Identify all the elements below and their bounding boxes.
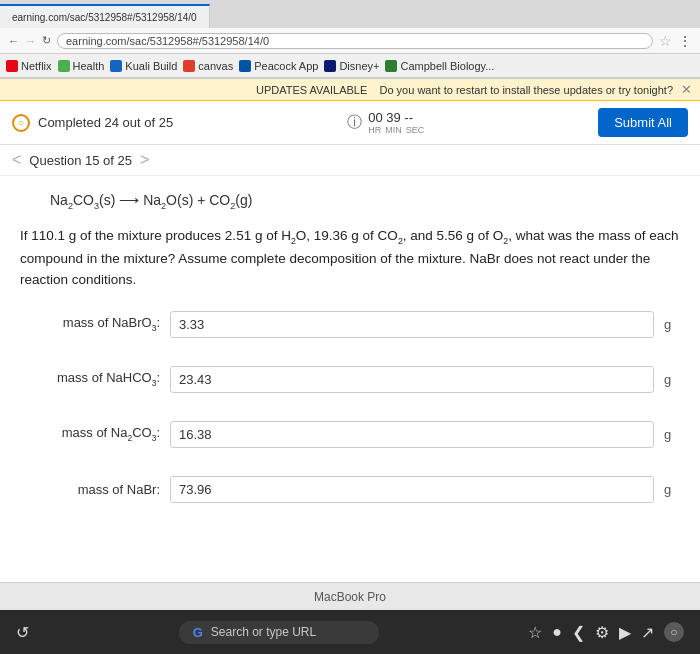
bookmark-netflix[interactable]: Netflix bbox=[6, 60, 52, 72]
back-icon[interactable]: ← bbox=[8, 35, 19, 47]
taskbar: ↺ G Search or type URL ☆ ● ❮ ⚙ ▶ ↗ ○ bbox=[0, 610, 700, 654]
timer-labels: HR MIN SEC bbox=[368, 125, 424, 135]
taskbar-settings-icon[interactable]: ⚙ bbox=[595, 623, 609, 642]
url-bar[interactable]: earning.com/sac/5312958#/5312958/14/0 bbox=[57, 33, 653, 49]
google-icon: G bbox=[193, 625, 203, 640]
prev-question-arrow[interactable]: < bbox=[12, 151, 21, 169]
unit-nabr: g bbox=[664, 482, 680, 497]
device-label: MacBook Pro bbox=[314, 590, 386, 604]
input-nabro3[interactable] bbox=[170, 311, 654, 338]
quiz-header: ○ Completed 24 out of 25 ⓘ 00 39 -- HR M… bbox=[0, 101, 700, 145]
question-nav: < Question 15 of 25 > bbox=[0, 145, 700, 176]
answer-row-2: mass of NaHCO3: g bbox=[20, 366, 680, 393]
taskbar-chevron-icon[interactable]: ❮ bbox=[572, 623, 585, 642]
active-tab[interactable]: earning.com/sac/5312958#/5312958/14/0 bbox=[0, 4, 210, 28]
address-bar: ← → ↻ earning.com/sac/5312958#/5312958/1… bbox=[0, 28, 700, 54]
answer-row-1: mass of NaBrO3: g bbox=[20, 311, 680, 338]
input-nahco3[interactable] bbox=[170, 366, 654, 393]
taskbar-star-icon[interactable]: ☆ bbox=[528, 623, 542, 642]
health-icon bbox=[58, 60, 70, 72]
question-nav-label: Question 15 of 25 bbox=[29, 153, 132, 168]
reaction-equation: Na2CO3(s) ⟶ Na2O(s) + CO2(g) bbox=[20, 192, 680, 211]
taskbar-right: ☆ ● ❮ ⚙ ▶ ↗ ○ bbox=[528, 622, 684, 642]
taskbar-left: ↺ bbox=[16, 623, 29, 642]
unit-nahco3: g bbox=[664, 372, 680, 387]
bookmark-health[interactable]: Health bbox=[58, 60, 105, 72]
bookmark-campbell[interactable]: Campbell Biology... bbox=[385, 60, 494, 72]
bookmark-peacock[interactable]: Peacock App bbox=[239, 60, 318, 72]
canvas-icon bbox=[183, 60, 195, 72]
netflix-icon bbox=[6, 60, 18, 72]
bottom-bar: MacBook Pro bbox=[0, 582, 700, 610]
main-content: Na2CO3(s) ⟶ Na2O(s) + CO2(g) If 110.1 g … bbox=[0, 176, 700, 582]
unit-na2co3: g bbox=[664, 427, 680, 442]
notification-bar: UPDATES AVAILABLE Do you want to restart… bbox=[0, 79, 700, 101]
submit-all-button[interactable]: Submit All bbox=[598, 108, 688, 137]
input-na2co3[interactable] bbox=[170, 421, 654, 448]
timer-display: 00 39 -- bbox=[368, 110, 424, 125]
forward-icon[interactable]: → bbox=[25, 35, 36, 47]
clock-icon: ⓘ bbox=[347, 113, 362, 132]
progress-icon: ○ bbox=[12, 114, 30, 132]
answer-row-4: mass of NaBr: g bbox=[20, 476, 680, 503]
taskbar-search-bar[interactable]: G Search or type URL bbox=[179, 621, 379, 644]
peacock-icon bbox=[239, 60, 251, 72]
refresh-icon[interactable]: ↻ bbox=[42, 34, 51, 47]
timer-section: ⓘ 00 39 -- HR MIN SEC bbox=[347, 110, 424, 135]
answer-row-3: mass of Na2CO3: g bbox=[20, 421, 680, 448]
disney-icon bbox=[324, 60, 336, 72]
input-nabr[interactable] bbox=[170, 476, 654, 503]
browser-chrome: earning.com/sac/5312958#/5312958/14/0 ← … bbox=[0, 0, 700, 79]
taskbar-back-icon[interactable]: ↺ bbox=[16, 623, 29, 642]
campbell-icon bbox=[385, 60, 397, 72]
problem-text: If 110.1 g of the mixture produces 2.51 … bbox=[20, 225, 680, 291]
tab-bar: earning.com/sac/5312958#/5312958/14/0 bbox=[0, 0, 700, 28]
taskbar-audio-icon[interactable]: ▶ bbox=[619, 623, 631, 642]
bookmark-bar: Netflix Health Kuali Build canvas Peacoc… bbox=[0, 54, 700, 78]
unit-nabro3: g bbox=[664, 317, 680, 332]
kuali-icon bbox=[110, 60, 122, 72]
star-icon[interactable]: ☆ bbox=[659, 33, 672, 49]
taskbar-arrow-icon[interactable]: ↗ bbox=[641, 623, 654, 642]
quiz-progress-section: ○ Completed 24 out of 25 bbox=[12, 114, 173, 132]
notification-close[interactable]: ✕ bbox=[681, 82, 692, 97]
search-text: Search or type URL bbox=[211, 625, 316, 639]
label-nabr: mass of NaBr: bbox=[20, 482, 160, 497]
bookmark-kuali[interactable]: Kuali Build bbox=[110, 60, 177, 72]
taskbar-dot-icon[interactable]: ● bbox=[552, 623, 562, 641]
menu-icon[interactable]: ⋮ bbox=[678, 33, 692, 49]
label-nahco3: mass of NaHCO3: bbox=[20, 370, 160, 388]
taskbar-circle-icon[interactable]: ○ bbox=[664, 622, 684, 642]
bookmark-canvas[interactable]: canvas bbox=[183, 60, 233, 72]
label-na2co3: mass of Na2CO3: bbox=[20, 425, 160, 443]
label-nabro3: mass of NaBrO3: bbox=[20, 315, 160, 333]
next-question-arrow[interactable]: > bbox=[140, 151, 149, 169]
bookmark-disney[interactable]: Disney+ bbox=[324, 60, 379, 72]
notification-text: UPDATES AVAILABLE Do you want to restart… bbox=[256, 84, 673, 96]
progress-label: Completed 24 out of 25 bbox=[38, 115, 173, 130]
